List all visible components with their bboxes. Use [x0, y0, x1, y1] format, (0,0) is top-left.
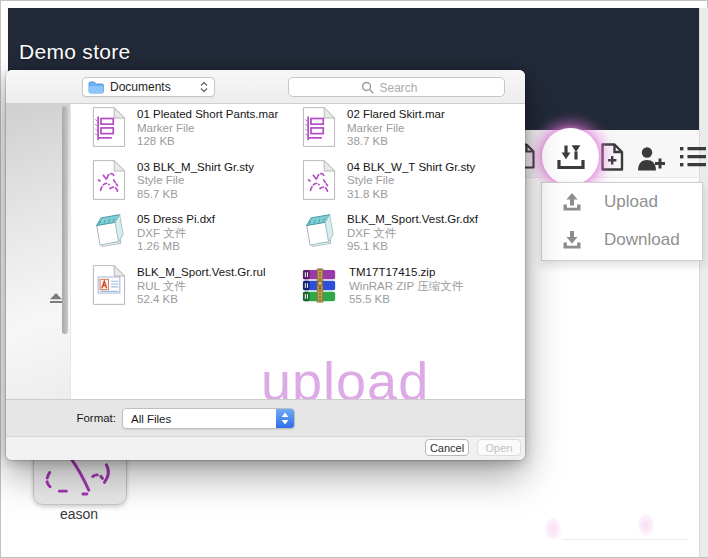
- location-label: Documents: [110, 80, 199, 94]
- dxf-file-icon: [92, 211, 126, 253]
- file-transfer-icon: [555, 143, 587, 171]
- upload-icon: [562, 192, 582, 212]
- file-type: Style File: [347, 174, 475, 188]
- file-item[interactable]: 01 Pleated Short Pants.mar Marker File 1…: [86, 106, 296, 159]
- format-value: All Files: [131, 413, 171, 425]
- file-name: BLK_M_Sport.Vest.Gr.dxf: [347, 213, 478, 227]
- menu-item-label: Upload: [604, 192, 658, 212]
- menu-item-label: Download: [604, 230, 680, 250]
- rul-file-icon: [92, 264, 126, 306]
- format-row: Format: All Files: [6, 399, 525, 437]
- file-item[interactable]: TM17T17415.zip WinRAR ZIP 压缩文件 55.5 KB: [296, 264, 506, 317]
- watermark-smudge: [638, 514, 654, 536]
- location-select[interactable]: Documents: [82, 77, 215, 97]
- sidebar-scrollbar[interactable]: [62, 106, 68, 334]
- file-item[interactable]: 04 BLK_W_T Shirt Gr.sty Style File 31.8 …: [296, 159, 506, 212]
- dialog-sidebar: [6, 104, 71, 399]
- file-size: 128 KB: [137, 135, 278, 149]
- page-scrollbar-track[interactable]: [699, 8, 708, 557]
- marker-file-icon: [302, 106, 336, 148]
- eject-button[interactable]: [50, 292, 62, 307]
- file-size: 55.5 KB: [349, 293, 463, 307]
- upload-watermark: upload: [261, 354, 429, 399]
- menu-item-download[interactable]: Download: [542, 221, 702, 259]
- file-name: 04 BLK_W_T Shirt Gr.sty: [347, 161, 475, 175]
- file-size: 31.8 KB: [347, 188, 475, 202]
- file-item[interactable]: 02 Flared Skirt.mar Marker File 38.7 KB: [296, 106, 506, 159]
- divider: [562, 539, 689, 540]
- file-size: 38.7 KB: [347, 135, 445, 149]
- add-user-icon: [636, 146, 666, 172]
- file-name: 02 Flared Skirt.mar: [347, 108, 445, 122]
- file-type: WinRAR ZIP 压缩文件: [349, 280, 463, 294]
- list-view-icon: [680, 145, 706, 169]
- file-item[interactable]: BLK_M_Sport.Vest.Gr.dxf DXF 文件 95.1 KB: [296, 211, 506, 264]
- menu-item-upload[interactable]: Upload: [542, 183, 702, 221]
- file-name: 05 Dress Pi.dxf: [137, 213, 215, 227]
- watermark-smudge: [545, 518, 561, 540]
- file-type: Style File: [137, 174, 254, 188]
- format-label: Format:: [46, 412, 116, 424]
- style-file-icon: [302, 159, 336, 201]
- zip-file-icon: [302, 268, 338, 304]
- file-transfer-button[interactable]: [542, 128, 599, 185]
- file-item[interactable]: BLK_M_Sport.Vest.Gr.rul RUL 文件 52.4 KB: [86, 264, 296, 317]
- search-field: [288, 77, 505, 97]
- open-file-dialog: Documents 01 Pleated Short Pants.mar: [6, 70, 525, 460]
- file-name: 03 BLK_M_Shirt Gr.sty: [137, 161, 254, 175]
- select-arrows-icon: [199, 80, 209, 94]
- cancel-button[interactable]: Cancel: [425, 439, 469, 456]
- file-type: RUL 文件: [137, 280, 265, 294]
- download-icon: [562, 230, 582, 250]
- select-stepper-icon: [276, 409, 294, 428]
- app-screenshot: Demo store Upload Download: [0, 0, 708, 558]
- dialog-button-row: Cancel Open: [6, 437, 525, 460]
- file-list: 01 Pleated Short Pants.mar Marker File 1…: [86, 106, 506, 317]
- file-type: Marker File: [347, 122, 445, 136]
- style-file-icon: [92, 159, 126, 201]
- add-file-icon: [600, 143, 624, 171]
- file-type: DXF 文件: [347, 227, 478, 241]
- file-name: TM17T17415.zip: [349, 266, 463, 280]
- marker-file-icon: [92, 106, 126, 148]
- dialog-body: 01 Pleated Short Pants.mar Marker File 1…: [6, 104, 525, 399]
- file-type: Marker File: [137, 122, 278, 136]
- page-title: Demo store: [19, 40, 131, 64]
- file-size: 95.1 KB: [347, 240, 478, 254]
- desktop-file-label: eason: [41, 506, 117, 522]
- add-file-button[interactable]: [600, 143, 624, 171]
- transfer-menu: Upload Download: [541, 182, 703, 261]
- list-view-button[interactable]: [680, 145, 706, 169]
- search-input[interactable]: [289, 78, 508, 98]
- file-size: 85.7 KB: [137, 188, 254, 202]
- folder-icon: [88, 81, 104, 94]
- add-user-button[interactable]: [636, 146, 666, 172]
- file-name: 01 Pleated Short Pants.mar: [137, 108, 278, 122]
- file-size: 1.26 MB: [137, 240, 215, 254]
- dxf-file-icon: [302, 211, 336, 253]
- file-size: 52.4 KB: [137, 293, 265, 307]
- file-type: DXF 文件: [137, 227, 215, 241]
- file-item[interactable]: 03 BLK_M_Shirt Gr.sty Style File 85.7 KB: [86, 159, 296, 212]
- format-select[interactable]: All Files: [122, 408, 295, 429]
- open-button[interactable]: Open: [477, 439, 521, 456]
- dialog-toolbar: Documents: [6, 70, 525, 104]
- file-name: BLK_M_Sport.Vest.Gr.rul: [137, 266, 265, 280]
- eject-icon: [50, 293, 62, 304]
- file-item[interactable]: 05 Dress Pi.dxf DXF 文件 1.26 MB: [86, 211, 296, 264]
